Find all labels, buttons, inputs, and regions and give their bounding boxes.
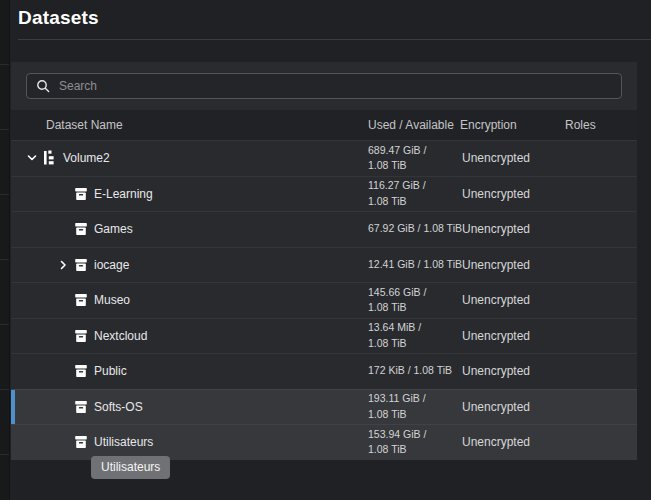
dataset-name: Volume2 bbox=[63, 151, 110, 165]
table-row[interactable]: E-Learning 116.27 GiB / 1.08 TiB Unencry… bbox=[11, 176, 637, 212]
dataset-icon bbox=[73, 328, 89, 344]
dataset-icon bbox=[73, 221, 89, 237]
used-available-value: 67.92 GiB / 1.08 TiB bbox=[368, 221, 460, 237]
expander-placeholder bbox=[53, 186, 73, 202]
column-header-used-available: Used / Available bbox=[368, 118, 460, 132]
dataset-name: iocage bbox=[94, 258, 129, 272]
dataset-name: Games bbox=[94, 222, 133, 236]
dataset-name-cell: Games bbox=[11, 221, 368, 237]
expander-placeholder bbox=[53, 328, 73, 344]
encryption-value: Unencrypted bbox=[460, 400, 554, 414]
dataset-icon bbox=[73, 257, 89, 273]
encryption-value: Unencrypted bbox=[460, 222, 554, 236]
dataset-icon bbox=[73, 434, 89, 450]
dataset-name-tooltip: Utilisateurs bbox=[91, 456, 170, 479]
chevron-down-icon[interactable] bbox=[22, 150, 42, 166]
column-header-encryption: Encryption bbox=[460, 118, 554, 132]
dataset-tree-icon bbox=[42, 150, 58, 166]
dataset-icon bbox=[73, 186, 89, 202]
expander-placeholder bbox=[53, 363, 73, 379]
encryption-value: Unencrypted bbox=[460, 329, 554, 343]
column-header-roles: Roles bbox=[554, 118, 637, 132]
table-row[interactable]: Softs-OS 193.11 GiB / 1.08 TiB Unencrypt… bbox=[11, 389, 637, 425]
dataset-name: Nextcloud bbox=[94, 329, 147, 343]
used-available-value: 13.64 MiB / 1.08 TiB bbox=[368, 320, 460, 352]
encryption-value: Unencrypted bbox=[460, 258, 554, 272]
dataset-name-cell: Nextcloud bbox=[11, 328, 368, 344]
dataset-name-cell: Utilisateurs bbox=[11, 434, 368, 450]
dataset-name-cell: Museo bbox=[11, 292, 368, 308]
dataset-icon bbox=[73, 399, 89, 415]
encryption-value: Unencrypted bbox=[460, 151, 554, 165]
dataset-icon bbox=[73, 363, 89, 379]
search-input[interactable] bbox=[26, 73, 622, 99]
collapsed-panel-edge bbox=[0, 0, 10, 500]
used-available-value: 172 KiB / 1.08 TiB bbox=[368, 363, 460, 379]
used-available-value: 116.27 GiB / 1.08 TiB bbox=[368, 178, 460, 210]
column-header-dataset-name: Dataset Name bbox=[11, 118, 368, 132]
table-body: Volume2 689.47 GiB / 1.08 TiB Unencrypte… bbox=[11, 140, 637, 460]
dataset-name: Utilisateurs bbox=[94, 435, 153, 449]
dataset-name-cell: iocage bbox=[11, 257, 368, 273]
dataset-name: E-Learning bbox=[94, 187, 153, 201]
dataset-name: Public bbox=[94, 364, 127, 378]
encryption-value: Unencrypted bbox=[460, 435, 554, 449]
dataset-name-cell: Volume2 bbox=[11, 150, 368, 166]
expander-placeholder bbox=[53, 434, 73, 450]
dataset-name-cell: Softs-OS bbox=[11, 399, 368, 415]
used-available-value: 193.11 GiB / 1.08 TiB bbox=[368, 391, 460, 423]
used-available-value: 689.47 GiB / 1.08 TiB bbox=[368, 143, 460, 175]
dataset-name-cell: E-Learning bbox=[11, 186, 368, 202]
datasets-page: Datasets Dataset Name Used / Available E… bbox=[10, 0, 651, 500]
page-title: Datasets bbox=[18, 7, 99, 29]
search-field[interactable] bbox=[59, 79, 612, 93]
table-row[interactable]: Public 172 KiB / 1.08 TiB Unencrypted bbox=[11, 353, 637, 389]
used-available-value: 12.41 GiB / 1.08 TiB bbox=[368, 257, 460, 273]
title-divider bbox=[18, 39, 651, 40]
table-header: Dataset Name Used / Available Encryption… bbox=[11, 110, 637, 140]
search-icon bbox=[36, 79, 50, 93]
datasets-card: Dataset Name Used / Available Encryption… bbox=[11, 62, 637, 460]
table-row[interactable]: Nextcloud 13.64 MiB / 1.08 TiB Unencrypt… bbox=[11, 318, 637, 354]
expander-placeholder bbox=[53, 221, 73, 237]
dataset-icon bbox=[73, 292, 89, 308]
table-row[interactable]: Utilisateurs 153.94 GiB / 1.08 TiB Unenc… bbox=[11, 424, 637, 460]
expander-placeholder bbox=[53, 399, 73, 415]
table-row[interactable]: iocage 12.41 GiB / 1.08 TiB Unencrypted bbox=[11, 247, 637, 283]
table-row[interactable]: Volume2 689.47 GiB / 1.08 TiB Unencrypte… bbox=[11, 140, 637, 176]
chevron-right-icon[interactable] bbox=[53, 257, 73, 273]
encryption-value: Unencrypted bbox=[460, 187, 554, 201]
table-row[interactable]: Museo 145.66 GiB / 1.08 TiB Unencrypted bbox=[11, 282, 637, 318]
encryption-value: Unencrypted bbox=[460, 293, 554, 307]
used-available-value: 153.94 GiB / 1.08 TiB bbox=[368, 427, 460, 459]
encryption-value: Unencrypted bbox=[460, 364, 554, 378]
table-row[interactable]: Games 67.92 GiB / 1.08 TiB Unencrypted bbox=[11, 211, 637, 247]
dataset-name: Softs-OS bbox=[94, 400, 143, 414]
used-available-value: 145.66 GiB / 1.08 TiB bbox=[368, 285, 460, 317]
dataset-name: Museo bbox=[94, 293, 130, 307]
selection-indicator bbox=[11, 390, 15, 425]
search-bar bbox=[11, 62, 637, 110]
dataset-name-cell: Public bbox=[11, 363, 368, 379]
expander-placeholder bbox=[53, 292, 73, 308]
